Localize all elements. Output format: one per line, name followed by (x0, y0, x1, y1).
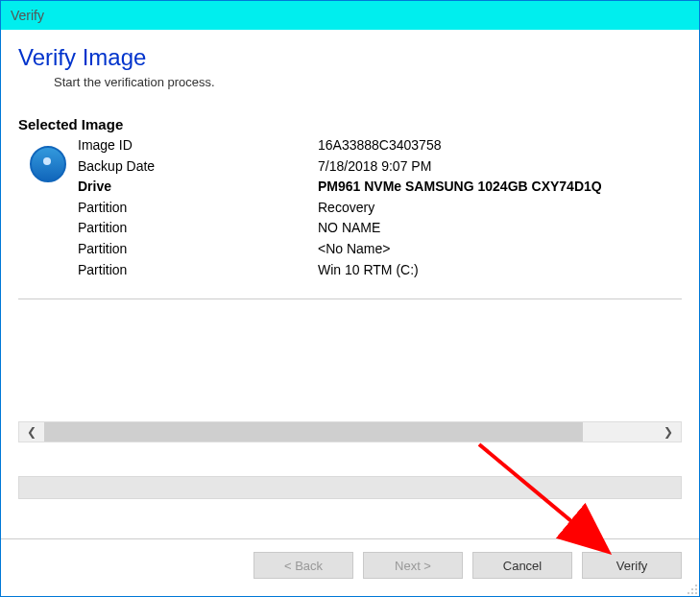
footer-divider (1, 538, 699, 539)
svg-point-2 (695, 588, 697, 590)
info-label: Partition (78, 199, 318, 218)
info-value: Recovery (318, 199, 602, 218)
section-title: Selected Image (1, 110, 699, 136)
svg-point-4 (691, 592, 693, 594)
scroll-track[interactable] (44, 422, 656, 442)
info-label: Partition (78, 261, 318, 280)
svg-point-3 (688, 592, 689, 594)
info-label: Image ID (78, 136, 318, 155)
verify-button[interactable]: Verify (582, 552, 682, 579)
info-value: <No Name> (318, 240, 602, 259)
divider-under-info (18, 298, 682, 299)
back-button[interactable]: < Back (253, 552, 353, 579)
info-label: Drive (78, 178, 318, 197)
selected-image-block: Image ID16A33888C3403758Backup Date7/18/… (1, 136, 699, 289)
next-button[interactable]: Next > (363, 552, 463, 579)
icon-cell (30, 136, 78, 279)
horizontal-scrollbar[interactable]: ❮ ❯ (18, 421, 682, 442)
info-label: Partition (78, 240, 318, 259)
info-value: PM961 NVMe SAMSUNG 1024GB CXY74D1Q (318, 178, 602, 197)
scroll-thumb[interactable] (44, 422, 583, 442)
svg-point-0 (695, 585, 697, 586)
info-value: NO NAME (318, 219, 602, 238)
svg-point-1 (691, 588, 693, 590)
progress-bar (18, 476, 682, 499)
content-area: Verify Image Start the verification proc… (1, 30, 699, 299)
info-value: Win 10 RTM (C:) (318, 261, 602, 280)
scroll-right-button[interactable]: ❯ (656, 422, 681, 442)
page-subtitle: Start the verification process. (1, 71, 699, 110)
scroll-left-button[interactable]: ❮ (19, 422, 44, 442)
title-bar[interactable]: Verify (1, 1, 699, 30)
page-title: Verify Image (1, 30, 699, 71)
resize-grip-icon[interactable] (685, 582, 698, 595)
info-label: Backup Date (78, 157, 318, 177)
drive-icon (30, 146, 66, 182)
svg-point-5 (695, 592, 697, 594)
wizard-footer: < Back Next > Cancel Verify (253, 552, 682, 579)
cancel-button[interactable]: Cancel (472, 552, 572, 579)
info-value: 7/18/2018 9:07 PM (318, 157, 602, 177)
info-value: 16A33888C3403758 (318, 136, 602, 155)
info-label: Partition (78, 219, 318, 238)
window-title: Verify (11, 8, 44, 23)
info-table: Image ID16A33888C3403758Backup Date7/18/… (78, 136, 602, 279)
